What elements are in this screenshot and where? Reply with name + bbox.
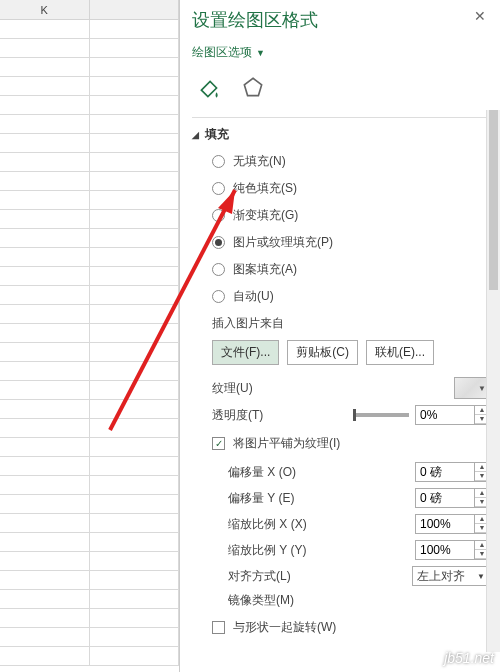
pane-title: 设置绘图区格式 bbox=[192, 8, 490, 32]
offset-x-input[interactable] bbox=[415, 462, 475, 482]
scale-x-input[interactable] bbox=[415, 514, 475, 534]
section-fill-header[interactable]: ◢ 填充 bbox=[192, 126, 490, 143]
svg-line-1 bbox=[110, 190, 235, 430]
chevron-down-icon: ▼ bbox=[477, 572, 485, 581]
checkbox-unchecked-icon: ✓ bbox=[212, 621, 225, 634]
offset-y-input[interactable] bbox=[415, 488, 475, 508]
tab-fill-icon[interactable] bbox=[196, 75, 222, 105]
section-fill-label: 填充 bbox=[205, 126, 229, 143]
scrollbar-thumb[interactable] bbox=[489, 110, 498, 290]
options-label: 绘图区选项 bbox=[192, 44, 252, 61]
align-combobox[interactable]: 左上对齐 ▼ bbox=[412, 566, 490, 586]
scale-x-label: 缩放比例 X (X) bbox=[228, 516, 415, 533]
mirror-label: 镜像类型(M) bbox=[228, 592, 490, 609]
collapse-icon: ◢ bbox=[192, 130, 199, 140]
col-header-k[interactable]: K bbox=[0, 0, 90, 19]
transparency-input[interactable] bbox=[415, 405, 475, 425]
texture-picker[interactable]: ▼ bbox=[454, 377, 490, 399]
scrollbar-vertical[interactable] bbox=[486, 110, 500, 652]
scale-y-label: 缩放比例 Y (Y) bbox=[228, 542, 415, 559]
clipboard-button[interactable]: 剪贴板(C) bbox=[287, 340, 358, 365]
align-label: 对齐方式(L) bbox=[228, 568, 412, 585]
svg-marker-0 bbox=[244, 78, 261, 95]
chevron-down-icon: ▼ bbox=[478, 384, 486, 393]
annotation-arrow bbox=[100, 160, 280, 444]
col-header-empty[interactable] bbox=[90, 0, 180, 19]
scale-y-input[interactable] bbox=[415, 540, 475, 560]
offset-y-label: 偏移量 Y (E) bbox=[228, 490, 415, 507]
transparency-slider[interactable] bbox=[353, 413, 409, 417]
close-icon[interactable]: ✕ bbox=[474, 8, 486, 24]
offset-x-label: 偏移量 X (O) bbox=[228, 464, 415, 481]
rotate-checkbox[interactable]: ✓ 与形状一起旋转(W) bbox=[212, 619, 490, 636]
watermark: jb51.net bbox=[444, 650, 494, 666]
online-button[interactable]: 联机(E)... bbox=[366, 340, 434, 365]
chevron-down-icon: ▼ bbox=[256, 48, 265, 58]
options-dropdown[interactable]: 绘图区选项 ▼ bbox=[192, 44, 265, 61]
tab-effects-icon[interactable] bbox=[240, 75, 266, 105]
svg-marker-2 bbox=[218, 190, 235, 214]
